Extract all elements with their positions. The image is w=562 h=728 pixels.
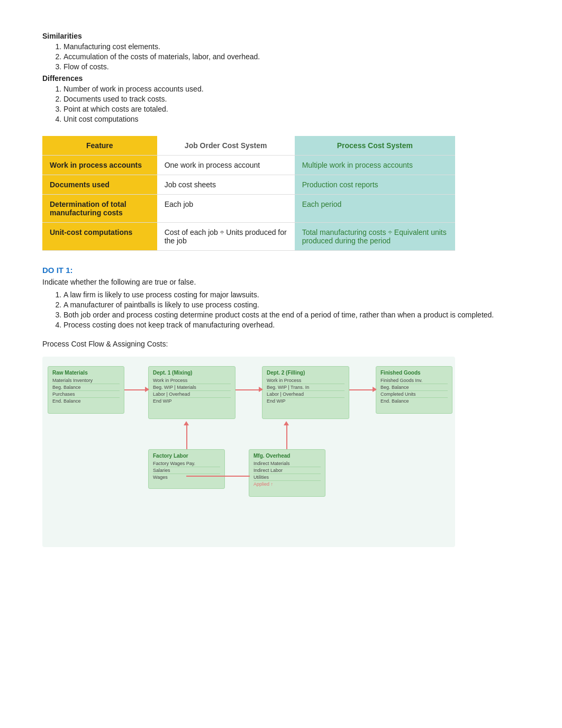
list-item: Accumulation of the costs of materials, …	[64, 52, 520, 61]
cell-job-1: Job cost sheets	[157, 175, 295, 195]
differences-title: Differences	[42, 74, 520, 83]
arrow-h-bottom	[186, 476, 250, 477]
differences-list: Number of work in process accounts used.…	[64, 85, 520, 123]
list-item: Manufacturing cost elements.	[64, 42, 520, 51]
list-item: Point at which costs are totaled.	[64, 105, 520, 113]
list-item: Both job order and process costing deter…	[64, 311, 520, 319]
raw-materials-box: Raw Materials Materials Inventory Beg. B…	[48, 366, 124, 414]
comparison-table: Feature Job Order Cost System Process Co…	[42, 136, 455, 251]
cell-feature-3: Unit-cost computations	[42, 223, 157, 251]
list-item: A manufacturer of paintballs is likely t…	[64, 301, 520, 309]
arrowhead-labor-dept1	[184, 421, 189, 425]
mfg-overhead-box: Mfg. Overhead Indirect Materials Indirec…	[249, 449, 325, 497]
do-it-section: DO IT 1: Indicate whether the following …	[42, 266, 520, 329]
arrowhead-overhead-up	[284, 421, 289, 425]
header-process: Process Cost System	[295, 136, 455, 156]
similarities-title: Similarities	[42, 32, 520, 40]
arrow-dept2-finished	[349, 389, 376, 390]
list-item: Flow of costs.	[64, 62, 520, 71]
cell-job-3: Cost of each job ÷ Units produced for th…	[157, 223, 295, 251]
cell-job-0: One work in process account	[157, 156, 295, 175]
differences-section: Differences Number of work in process ac…	[42, 74, 520, 123]
table-row: Documents used Job cost sheets Productio…	[42, 175, 455, 195]
arrowhead-dept2-finished	[373, 387, 377, 392]
similarities-section: Similarities Manufacturing cost elements…	[42, 32, 520, 71]
finished-goods-box: Finished Goods Finished Goods Inv. Beg. …	[376, 366, 452, 414]
header-job: Job Order Cost System	[157, 136, 295, 156]
table-row: Work in process accounts One work in pro…	[42, 156, 455, 175]
flow-section: Process Cost Flow & Assigning Costs: Raw…	[42, 340, 520, 547]
cell-job-2: Each job	[157, 195, 295, 223]
flow-section-title: Process Cost Flow & Assigning Costs:	[42, 340, 520, 348]
cell-feature-0: Work in process accounts	[42, 156, 157, 175]
list-item: Number of work in process accounts used.	[64, 85, 520, 93]
list-item: Documents used to track costs.	[64, 95, 520, 103]
do-it-list: A law firm is likely to use process cost…	[64, 290, 520, 329]
do-it-title: DO IT 1:	[42, 266, 520, 275]
arrow-dept1-dept2	[235, 389, 262, 390]
list-item: A law firm is likely to use process cost…	[64, 290, 520, 299]
flow-diagram: Raw Materials Materials Inventory Beg. B…	[42, 357, 455, 547]
do-it-intro: Indicate whether the following are true …	[42, 278, 520, 286]
similarities-list: Manufacturing cost elements. Accumulatio…	[64, 42, 520, 71]
arrow-labor-dept1-v	[186, 423, 187, 449]
table-row: Determination of total manufacturing cos…	[42, 195, 455, 223]
header-feature: Feature	[42, 136, 157, 156]
arrowhead-dept1-dept2	[259, 387, 263, 392]
dept2-box: Dept. 2 (Filling) Work in Process Beg. W…	[262, 366, 349, 419]
list-item: Unit cost computations	[64, 115, 520, 123]
arrowhead-raw-dept1	[145, 387, 149, 392]
cell-process-1: Production cost reports	[295, 175, 455, 195]
cell-feature-2: Determination of total manufacturing cos…	[42, 195, 157, 223]
table-header-row: Feature Job Order Cost System Process Co…	[42, 136, 455, 156]
cell-process-3: Total manufacturing costs ÷ Equivalent u…	[295, 223, 455, 251]
factory-labor-box: Factory Labor Factory Wages Pay. Salarie…	[148, 449, 225, 489]
arrow-overhead-up-v	[286, 423, 287, 449]
cell-process-2: Each period	[295, 195, 455, 223]
cell-process-0: Multiple work in process accounts	[295, 156, 455, 175]
comparison-table-container: Feature Job Order Cost System Process Co…	[42, 136, 455, 251]
table-row: Unit-cost computations Cost of each job …	[42, 223, 455, 251]
dept1-box: Dept. 1 (Mixing) Work in Process Beg. WI…	[148, 366, 235, 419]
list-item: Process costing does not keep track of m…	[64, 321, 520, 329]
cell-feature-1: Documents used	[42, 175, 157, 195]
